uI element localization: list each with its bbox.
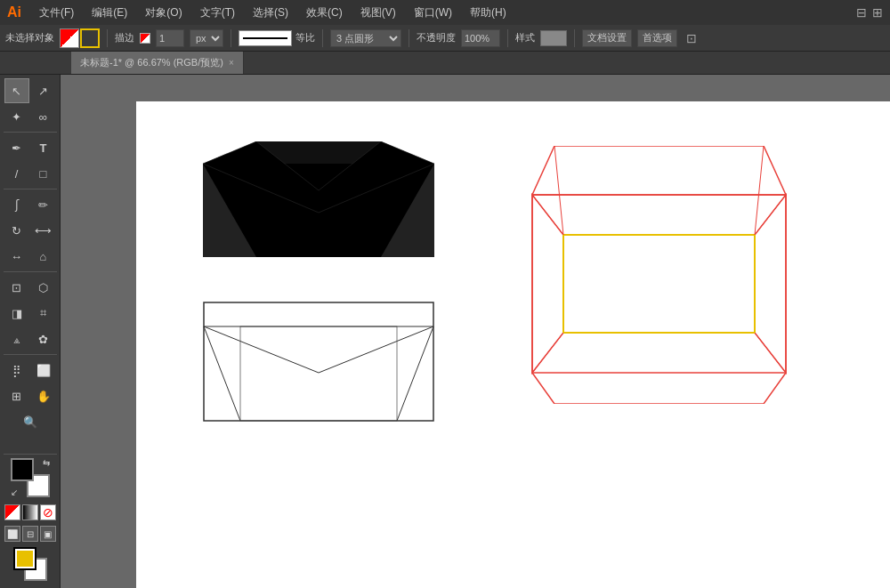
- divider-6: [574, 29, 575, 47]
- tool-row-5: ʃ ✏: [4, 192, 56, 217]
- pen-tool[interactable]: ✒: [4, 135, 29, 160]
- menu-file[interactable]: 文件(F): [36, 5, 77, 20]
- menu-type[interactable]: 文字(T): [197, 5, 239, 20]
- black-envelope: [203, 141, 434, 257]
- gradient-tool[interactable]: ◨: [4, 301, 29, 326]
- divider-2: [231, 29, 231, 47]
- svg-line-21: [755, 146, 764, 235]
- blend-tool[interactable]: ⟁: [4, 326, 29, 351]
- tool-row-2: ✦ ∞: [4, 104, 56, 129]
- style-preview[interactable]: [540, 30, 567, 46]
- tab-close-button[interactable]: ×: [229, 58, 234, 68]
- toolbar: 未选择对象 描边 px 等比 3 点圆形 不透明度 样式 文档设置 首选项 ⊡: [0, 25, 890, 52]
- svg-line-19: [755, 333, 786, 373]
- opacity-input[interactable]: [461, 29, 500, 47]
- maximize-icon[interactable]: ⊞: [872, 5, 883, 20]
- select-tool[interactable]: ↖: [4, 78, 29, 103]
- magic-wand-tool[interactable]: ✦: [4, 104, 29, 129]
- workspace-icon[interactable]: ⊡: [686, 31, 697, 45]
- lasso-tool[interactable]: ∞: [31, 104, 56, 129]
- divider-4: [409, 29, 409, 47]
- shear-tool[interactable]: ⌂: [31, 244, 56, 269]
- divider-3: [322, 29, 323, 47]
- opacity-label: 不透明度: [417, 31, 456, 44]
- menu-object[interactable]: 对象(O): [142, 5, 185, 20]
- svg-rect-5: [204, 302, 433, 421]
- svg-line-17: [755, 195, 786, 235]
- zoom-tool[interactable]: 🔍: [18, 409, 43, 434]
- hand-tool[interactable]: ✋: [31, 383, 56, 408]
- stroke-label: 描边: [115, 31, 134, 44]
- menu-view[interactable]: 视图(V): [357, 5, 400, 20]
- svg-line-16: [532, 195, 563, 235]
- svg-line-18: [532, 333, 563, 373]
- reflect-tool[interactable]: ⟷: [31, 218, 56, 243]
- tool-row-9: ◨ ⌗: [4, 301, 56, 326]
- line-tool[interactable]: /: [4, 161, 29, 186]
- tool-row-12: ⊞ ✋: [4, 383, 56, 408]
- doc-settings-button[interactable]: 文档设置: [582, 29, 632, 47]
- menu-select[interactable]: 选择(S): [249, 5, 292, 20]
- stroke-style-preview[interactable]: [239, 30, 292, 46]
- shape-builder-tool[interactable]: ⬡: [31, 275, 56, 300]
- stroke-color-swatch[interactable]: [80, 28, 100, 48]
- tool-row-13: 🔍: [18, 409, 43, 434]
- rect-tool[interactable]: □: [31, 161, 56, 186]
- swap-colors-icon[interactable]: ⇆: [43, 458, 50, 468]
- stroke-icon[interactable]: [140, 33, 150, 44]
- menu-window[interactable]: 窗口(W): [410, 5, 456, 20]
- tool-sep-1: [4, 132, 57, 133]
- menu-effect[interactable]: 效果(C): [303, 5, 346, 20]
- none-swatch[interactable]: ⊘: [40, 504, 56, 520]
- tool-row-7: ↔ ⌂: [4, 244, 56, 269]
- fill-color-box[interactable]: [11, 458, 34, 481]
- slice-tool[interactable]: ⊞: [4, 383, 29, 408]
- color-fill-icon[interactable]: [4, 504, 20, 520]
- point-type-select[interactable]: 3 点圆形: [330, 29, 401, 47]
- none-color-icon[interactable]: ↙: [11, 487, 18, 497]
- stroke-width-input[interactable]: [156, 29, 184, 47]
- direct-select-tool[interactable]: ↗: [31, 78, 56, 103]
- tool-row-6: ↻ ⟷: [4, 218, 56, 243]
- color-sep: [4, 454, 57, 455]
- color-area: ⇆ ↙ ⊘ ⬜ ⊟ ▣: [0, 448, 61, 584]
- tool-row-10: ⟁ ✿: [4, 326, 56, 351]
- menu-help[interactable]: 帮助(H): [466, 5, 510, 20]
- maximize-icon[interactable]: ▣: [40, 526, 56, 542]
- type-tool[interactable]: T: [31, 135, 56, 160]
- selection-label: 未选择对象: [5, 31, 54, 44]
- left-toolbar: ↖ ↗ ✦ ∞ ✒ T / □ ʃ ✏ ↻ ⟷ ↔ ⌂ ⊡: [0, 75, 61, 588]
- tool-row-3: ✒ T: [4, 135, 56, 160]
- minimize-icon[interactable]: ⊟: [856, 5, 867, 20]
- preferences-button[interactable]: 首选项: [637, 29, 677, 47]
- canvas-area[interactable]: [61, 75, 890, 588]
- svg-rect-9: [240, 326, 397, 421]
- symbol-tool[interactable]: ✿: [31, 326, 56, 351]
- free-transform-tool[interactable]: ⊡: [4, 275, 29, 300]
- artboard-tool[interactable]: ⬜: [31, 358, 56, 383]
- active-fill-stroke-display[interactable]: [13, 547, 47, 581]
- screen-mode-icon[interactable]: ⬜: [4, 526, 20, 542]
- fill-color-swatch[interactable]: [60, 28, 79, 48]
- tool-sep-3: [4, 271, 57, 272]
- svg-line-7: [204, 326, 240, 421]
- tool-row-1: ↖ ↗: [4, 78, 56, 103]
- stroke-unit-select[interactable]: px: [190, 29, 223, 47]
- paintbrush-tool[interactable]: ʃ: [4, 192, 29, 217]
- graph-tool[interactable]: ⡿: [4, 358, 29, 383]
- scale-tool[interactable]: ↔: [4, 244, 29, 269]
- eyedropper-tool[interactable]: ⌗: [31, 301, 56, 326]
- gradient-swatch[interactable]: [22, 504, 38, 520]
- tool-row-11: ⡿ ⬜: [4, 358, 56, 383]
- document-tab[interactable]: 未标题-1* @ 66.67% (RGB/预览) ×: [71, 52, 244, 74]
- title-bar: Ai 文件(F) 编辑(E) 对象(O) 文字(T) 选择(S) 效果(C) 视…: [0, 0, 890, 25]
- tool-row-8: ⊡ ⬡: [4, 275, 56, 300]
- pencil-tool[interactable]: ✏: [31, 192, 56, 217]
- artboard: [136, 101, 890, 588]
- red-envelope-diagram: [528, 146, 790, 404]
- full-screen-icon[interactable]: ⊟: [22, 526, 38, 542]
- rotate-tool[interactable]: ↻: [4, 218, 29, 243]
- tab-bar: 未标题-1* @ 66.67% (RGB/预览) ×: [0, 52, 890, 75]
- menu-edit[interactable]: 编辑(E): [88, 5, 131, 20]
- tab-title: 未标题-1* @ 66.67% (RGB/预览): [80, 56, 223, 69]
